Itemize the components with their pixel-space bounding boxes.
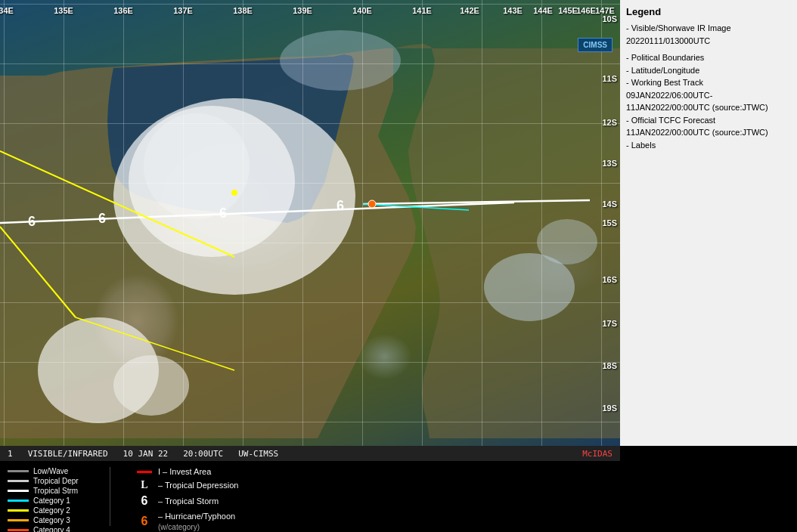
image-type: VISIBLE/INFRARED bbox=[28, 449, 108, 459]
depression-symbol-item: L – Tropical Depression bbox=[137, 479, 238, 491]
cat1-label: Category 1 bbox=[33, 496, 70, 505]
image-source: UW-CIMSS bbox=[238, 449, 278, 459]
track-key-cat4: Category 4 bbox=[8, 526, 98, 532]
category-marker bbox=[368, 200, 376, 208]
lat-11S: 11S bbox=[602, 74, 617, 83]
invest-icon bbox=[137, 471, 152, 473]
map-area: 6 6 6 6 134E 135E 136E 137E 138E 139E 14… bbox=[0, 0, 620, 446]
image-date: 10 JAN 22 bbox=[123, 449, 169, 459]
lat-17S: 17S bbox=[602, 319, 617, 328]
lon-140E: 140E bbox=[352, 6, 372, 15]
image-time: 20:00UTC bbox=[183, 449, 223, 459]
track-svg: 6 6 6 6 bbox=[0, 0, 620, 446]
key-area: Low/Wave Tropical Depr Tropical Strm Cat… bbox=[0, 461, 797, 532]
lon-135E: 135E bbox=[54, 6, 73, 15]
lon-136E: 136E bbox=[113, 6, 133, 15]
key-divider bbox=[110, 467, 110, 526]
track-key: Low/Wave Tropical Depr Tropical Strm Cat… bbox=[8, 467, 98, 526]
hurricane-sym-label: – Hurricane/Typhoon(w/category) bbox=[158, 511, 235, 532]
legend-political: - Political Boundaries bbox=[626, 51, 791, 64]
invest-symbol-item: I – Invest Area bbox=[137, 467, 238, 476]
lon-138E: 138E bbox=[233, 6, 253, 15]
legend-track-dates: 09JAN2022/06:00UTC- bbox=[626, 89, 791, 102]
track-key-cat3: Category 3 bbox=[8, 516, 98, 524]
lowwave-label: Low/Wave bbox=[33, 467, 68, 475]
lon-134E: 134E bbox=[0, 6, 14, 15]
track-key-storm: Tropical Strm bbox=[8, 487, 98, 495]
map-number: 1 bbox=[8, 449, 13, 459]
depression-symbol: L bbox=[137, 479, 152, 491]
lat-18S: 18S bbox=[602, 361, 617, 370]
cat2-swatch bbox=[8, 509, 29, 512]
storm-symbol-item: 6 – Tropical Storm bbox=[137, 494, 238, 508]
yellow-track-upper bbox=[0, 151, 234, 257]
depression-label: Tropical Depr bbox=[33, 477, 79, 485]
cat4-swatch bbox=[8, 529, 29, 531]
yellow-track-se bbox=[76, 317, 234, 370]
storm-sym-label: – Tropical Storm bbox=[158, 496, 219, 506]
legend-forecast-date: 11JAN2022/00:00UTC (source:JTWC) bbox=[626, 126, 791, 139]
lon-137E: 137E bbox=[173, 6, 193, 15]
lat-14S: 14S bbox=[602, 200, 617, 209]
track-key-cat1: Category 1 bbox=[8, 496, 98, 505]
storm-symbol-2: 6 bbox=[98, 211, 106, 226]
legend-workingtrack: - Working Best Track bbox=[626, 76, 791, 89]
lowwave-swatch bbox=[8, 470, 29, 472]
track-key-cat2: Category 2 bbox=[8, 506, 98, 515]
legend-datetime: 20220111/013000UTC bbox=[626, 35, 791, 48]
hurricane-symbol: 6 bbox=[137, 515, 152, 528]
depression-sym-label: – Tropical Depression bbox=[158, 481, 238, 490]
cat3-swatch bbox=[8, 519, 29, 521]
cat1-swatch bbox=[8, 500, 29, 502]
hurricane-symbol-item: 6 – Hurricane/Typhoon(w/category) bbox=[137, 511, 238, 532]
legend-track-end: 11JAN2022/00:00UTC (source:JTWC) bbox=[626, 101, 791, 114]
lon-141E: 141E bbox=[412, 6, 432, 15]
cat4-label: Category 4 bbox=[33, 526, 70, 532]
legend-latlng: - Latitude/Longitude bbox=[626, 64, 791, 77]
legend-area: Legend - Visible/Shorwave IR Image 20220… bbox=[620, 0, 797, 446]
storm-symbol-4: 6 bbox=[336, 198, 344, 213]
lon-146E: 146E bbox=[576, 6, 596, 15]
lat-10S: 10S bbox=[602, 14, 617, 23]
lon-139E: 139E bbox=[293, 6, 312, 15]
track-key-depression: Tropical Depr bbox=[8, 477, 98, 485]
invest-label: I – Invest Area bbox=[158, 467, 211, 476]
lon-143E: 143E bbox=[503, 6, 523, 15]
lat-15S: 15S bbox=[602, 218, 617, 227]
cimss-logo: CIMSS bbox=[578, 38, 612, 52]
yellow-marker bbox=[231, 190, 237, 196]
yellow-track-lower bbox=[0, 227, 76, 317]
legend-forecast: - Official TCFC Forecast bbox=[626, 114, 791, 127]
track-key-lowwave: Low/Wave bbox=[8, 467, 98, 475]
cat3-label: Category 3 bbox=[33, 516, 70, 524]
legend-labels: - Labels bbox=[626, 139, 791, 152]
status-bar: 1 VISIBLE/INFRARED 10 JAN 22 20:00UTC UW… bbox=[0, 446, 620, 461]
storm-symbol-1: 6 bbox=[28, 214, 36, 229]
legend-visible-ir: - Visible/Shorwave IR Image bbox=[626, 22, 791, 35]
lon-145E: 145E bbox=[558, 6, 578, 15]
mcidas-label: McIDAS bbox=[582, 449, 612, 459]
lon-142E: 142E bbox=[460, 6, 479, 15]
legend-title: Legend bbox=[626, 6, 791, 17]
storm-symbol: 6 bbox=[137, 494, 152, 508]
lat-13S: 13S bbox=[602, 159, 617, 168]
symbol-key: I – Invest Area L – Tropical Depression … bbox=[137, 467, 238, 526]
lat-12S: 12S bbox=[602, 118, 617, 127]
lat-19S: 19S bbox=[602, 404, 617, 413]
cat2-label: Category 2 bbox=[33, 506, 70, 515]
storm-swatch bbox=[8, 490, 29, 492]
lat-16S: 16S bbox=[602, 275, 617, 284]
depression-swatch bbox=[8, 480, 29, 482]
storm-label: Tropical Strm bbox=[33, 487, 78, 495]
white-track-line bbox=[0, 203, 514, 223]
lon-144E: 144E bbox=[533, 6, 553, 15]
storm-symbol-3: 6 bbox=[219, 206, 227, 221]
